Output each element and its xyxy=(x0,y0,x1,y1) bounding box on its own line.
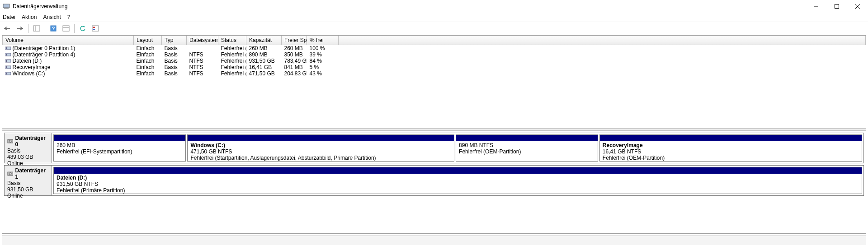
svg-rect-3 xyxy=(835,5,839,9)
menu-item-2[interactable]: Ansicht xyxy=(43,14,61,20)
menu-item-1[interactable]: Aktion xyxy=(22,14,37,20)
column-header[interactable]: Typ xyxy=(162,36,187,45)
nav-back-button[interactable] xyxy=(2,23,13,34)
svg-point-28 xyxy=(9,173,11,175)
table-row[interactable]: Dateien (D:)EinfachBasisNTFSFehlerfrei (… xyxy=(3,58,866,64)
close-button[interactable] xyxy=(847,0,868,13)
svg-rect-18 xyxy=(6,54,7,55)
help-button[interactable]: ? xyxy=(48,23,59,34)
volume-list-pane[interactable]: VolumeLayoutTypDateisystemStatusKapazitä… xyxy=(2,36,866,128)
statusbar xyxy=(2,236,866,245)
properties-button[interactable] xyxy=(61,23,71,34)
minimize-button[interactable] xyxy=(806,0,826,13)
refresh-button[interactable] xyxy=(77,23,88,34)
disk-row: Datenträger 1Basis931,50 GBOnlineDateien… xyxy=(4,165,864,196)
column-header[interactable]: Dateisystem xyxy=(187,36,218,45)
menu-item-0[interactable]: Datei xyxy=(3,14,15,20)
table-row[interactable]: Windows (C:)EinfachBasisNTFSFehlerfrei (… xyxy=(3,70,866,77)
svg-rect-14 xyxy=(93,29,95,30)
partition[interactable]: 260 MBFehlerfrei (EFI-Systempartition) xyxy=(53,134,186,162)
maximize-button[interactable] xyxy=(826,0,847,13)
column-header[interactable]: Status xyxy=(218,36,246,45)
column-header[interactable]: % frei xyxy=(307,36,339,45)
column-header[interactable]: Freier Sp... xyxy=(282,36,307,45)
window-title: Datenträgerverwaltung xyxy=(13,3,67,9)
column-header[interactable]: Layout xyxy=(134,36,162,45)
table-row[interactable]: RecoveryImageEinfachBasisNTFSFehlerfrei … xyxy=(3,64,866,70)
svg-rect-13 xyxy=(93,27,95,28)
toolbar: ? xyxy=(0,22,868,35)
disk-row: Datenträger 0Basis489,03 GBOnline260 MBF… xyxy=(4,133,864,163)
svg-rect-20 xyxy=(6,60,7,62)
svg-text:?: ? xyxy=(52,26,55,31)
app-icon xyxy=(3,3,10,10)
svg-rect-1 xyxy=(4,8,9,9)
view-button[interactable] xyxy=(90,23,101,34)
svg-rect-12 xyxy=(92,26,99,31)
svg-rect-0 xyxy=(3,4,9,8)
titlebar: Datenträgerverwaltung xyxy=(0,0,868,13)
column-header[interactable]: Kapazität xyxy=(246,36,282,45)
partition[interactable]: Dateien (D:)931,50 GB NTFSFehlerfrei (Pr… xyxy=(53,167,862,194)
svg-rect-6 xyxy=(33,26,40,31)
table-row[interactable]: (Datenträger 0 Partition 1)EinfachBasisF… xyxy=(3,45,866,52)
partition[interactable]: Windows (C:)471,50 GB NTFSFehlerfrei (St… xyxy=(187,134,454,162)
partition[interactable]: 890 MB NTFSFehlerfrei (OEM-Partition) xyxy=(456,134,598,162)
menu-item-3[interactable]: ? xyxy=(67,14,71,20)
partition[interactable]: RecoveryImage16,41 GB NTFSFehlerfrei (OE… xyxy=(599,134,862,162)
svg-rect-24 xyxy=(6,73,7,74)
menubar: DateiAktionAnsicht? xyxy=(0,13,868,22)
disk-header[interactable]: Datenträger 1Basis931,50 GBOnline xyxy=(5,166,52,195)
show-hide-console-tree-button[interactable] xyxy=(31,23,42,34)
svg-point-26 xyxy=(9,140,11,143)
table-row[interactable]: (Datenträger 0 Partition 4)EinfachBasisN… xyxy=(3,51,866,58)
disk-graphical-pane[interactable]: Datenträger 0Basis489,03 GBOnline260 MBF… xyxy=(2,131,866,233)
column-header[interactable]: Volume xyxy=(3,36,134,45)
svg-rect-16 xyxy=(6,47,7,49)
nav-forward-button[interactable] xyxy=(14,23,25,34)
svg-rect-22 xyxy=(6,66,7,68)
disk-header[interactable]: Datenträger 0Basis489,03 GBOnline xyxy=(5,133,52,163)
svg-rect-10 xyxy=(63,26,69,31)
